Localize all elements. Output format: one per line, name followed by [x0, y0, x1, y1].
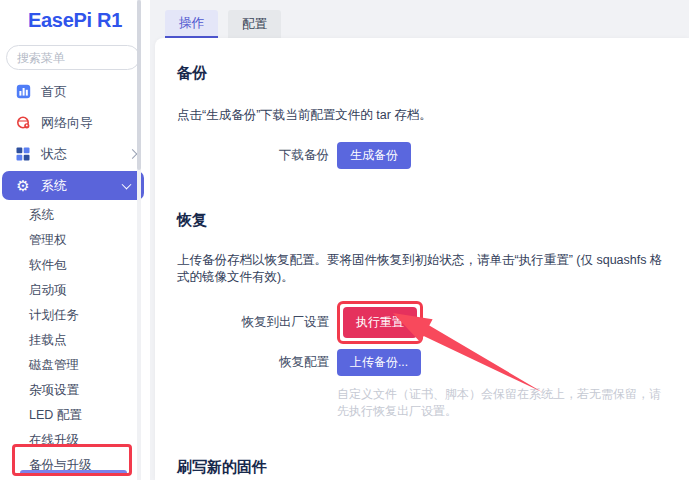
sidebar-item-label: 系统: [41, 177, 67, 195]
submenu-item-scheduled-tasks[interactable]: 计划任务: [0, 303, 150, 328]
sidebar-item-home[interactable]: 首页: [0, 76, 150, 107]
system-submenu: 系统 管理权 软件包 启动项 计划任务 挂载点 磁盘管理 杂项设置 LED 配置…: [0, 203, 150, 478]
section-title-backup: 备份: [177, 64, 669, 83]
dashboard-icon: [15, 84, 31, 100]
submenu-item-startup[interactable]: 启动项: [0, 278, 150, 303]
sidebar-scrollbar-thumb[interactable]: [137, 0, 141, 170]
grid-icon: [15, 146, 31, 162]
restore-config-row: 恢复配置 上传备份...: [177, 349, 669, 376]
submenu-item-packages[interactable]: 软件包: [0, 253, 150, 278]
section-title-flash-firmware: 刷写新的固件: [177, 458, 669, 477]
sidebar-item-label: 状态: [41, 145, 67, 163]
perform-reset-button[interactable]: 执行重置: [343, 307, 417, 338]
app-window: EasePi R1 首页: [0, 0, 689, 480]
submenu-item-led-config[interactable]: LED 配置: [0, 403, 150, 428]
factory-reset-row: 恢复到出厂设置 执行重置: [177, 301, 669, 344]
content-card: 备份 点击“生成备份”下载当前配置文件的 tar 存档。 下载备份 生成备份 恢…: [155, 38, 689, 480]
sidebar-item-system[interactable]: ⚙ 系统: [2, 171, 144, 200]
submenu-item-disk-management[interactable]: 磁盘管理: [0, 353, 150, 378]
submenu-item-admin[interactable]: 管理权: [0, 228, 150, 253]
upload-backup-button[interactable]: 上传备份...: [337, 349, 421, 376]
globe-pin-icon: [15, 115, 31, 131]
sidebar-nav: 首页 网络向导: [0, 76, 150, 478]
submenu-item-misc-settings[interactable]: 杂项设置: [0, 378, 150, 403]
sidebar-item-label: 首页: [41, 83, 67, 101]
section-desc-restore: 上传备份存档以恢复配置。要将固件恢复到初始状态，请单击“执行重置” (仅 squ…: [177, 252, 669, 286]
submenu-item-mount-points[interactable]: 挂载点: [0, 328, 150, 353]
generate-backup-button[interactable]: 生成备份: [337, 142, 411, 169]
app-logo: EasePi R1: [0, 9, 150, 32]
sidebar: EasePi R1 首页: [0, 0, 150, 480]
custom-files-hint: 自定义文件（证书、脚本）会保留在系统上，若无需保留，请先执行恢复出厂设置。: [337, 386, 669, 420]
sidebar-item-label: 网络向导: [41, 114, 93, 132]
section-desc-backup: 点击“生成备份”下载当前配置文件的 tar 存档。: [177, 107, 669, 124]
annotation-box-perform-reset: 执行重置: [337, 301, 423, 344]
tab-bar: 操作 配置: [165, 10, 281, 38]
tab-configuration[interactable]: 配置: [228, 10, 281, 38]
factory-reset-label: 恢复到出厂设置: [177, 314, 329, 331]
search-input[interactable]: [6, 45, 140, 70]
submenu-item-system[interactable]: 系统: [0, 203, 150, 228]
submenu-item-backup-upgrade[interactable]: 备份与升级: [0, 453, 150, 478]
download-backup-label: 下载备份: [177, 147, 329, 164]
active-item-indicator: [20, 470, 127, 474]
download-backup-row: 下载备份 生成备份: [177, 142, 669, 169]
chevron-right-icon: [128, 149, 138, 159]
sidebar-item-status[interactable]: 状态: [0, 138, 150, 169]
tab-actions[interactable]: 操作: [165, 10, 218, 38]
restore-config-label: 恢复配置: [177, 354, 329, 371]
gear-icon: ⚙: [15, 178, 31, 194]
submenu-item-online-upgrade[interactable]: 在线升级: [0, 428, 150, 453]
section-title-restore: 恢复: [177, 211, 669, 230]
chevron-down-icon: [122, 179, 132, 189]
sidebar-item-network-wizard[interactable]: 网络向导: [0, 107, 150, 138]
